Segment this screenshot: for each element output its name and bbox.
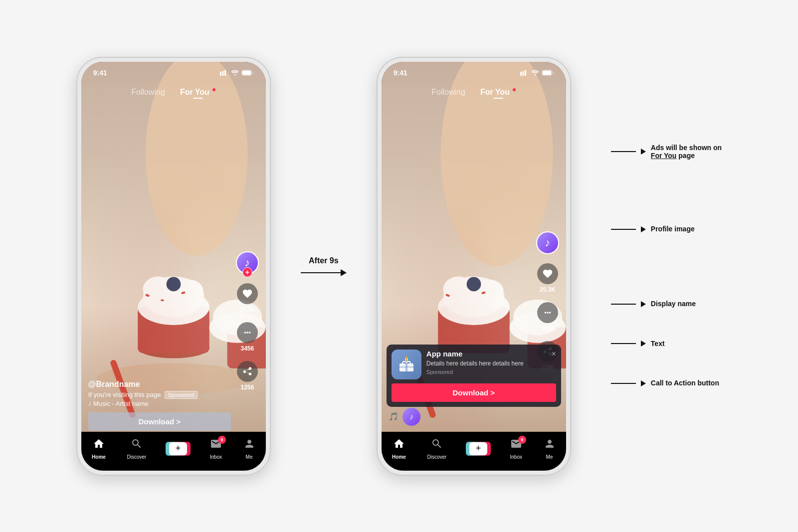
ad-description: Details here details here details here bbox=[426, 359, 556, 368]
profile-icon-right[interactable]: ♪ bbox=[536, 231, 559, 254]
nav-me-label-right: Me bbox=[546, 454, 553, 460]
status-icons-right bbox=[520, 70, 554, 76]
phone-right: 9:41 Following For You ♪ bbox=[377, 57, 571, 476]
comment-count-right: 3456 bbox=[541, 325, 554, 332]
nav-inbox-left[interactable]: 9 Inbox bbox=[210, 438, 222, 460]
inbox-badge-right: 9 bbox=[518, 436, 526, 444]
description-left: If you're visiting this page Sponsored bbox=[88, 391, 231, 399]
nav-discover-right[interactable]: Discover bbox=[427, 438, 446, 460]
nav-home-label-left: Home bbox=[92, 454, 106, 460]
ad-close-button[interactable]: × bbox=[551, 350, 556, 358]
annotation-profile: Profile image bbox=[611, 224, 722, 234]
bottom-nav-left: Home Discover + 9 bbox=[81, 432, 266, 471]
ad-card: App name Details here details here detai… bbox=[387, 345, 561, 407]
svg-point-8 bbox=[166, 277, 181, 291]
svg-rect-42 bbox=[522, 71, 524, 76]
page-container: 9:41 Following For You ♪ bbox=[0, 0, 798, 532]
nav-discover-label-left: Discover bbox=[127, 454, 146, 460]
annotation-cta: Call to Action button bbox=[611, 378, 722, 388]
svg-rect-18 bbox=[222, 71, 223, 76]
music-line-left: ♪ Music - Artist name bbox=[88, 400, 231, 407]
arrow-graphic bbox=[301, 269, 347, 276]
nav-plus-left[interactable]: + bbox=[168, 442, 189, 456]
annotation-text-content: Text bbox=[651, 339, 665, 349]
nav-home-right[interactable]: Home bbox=[392, 438, 406, 460]
inbox-badge-left: 9 bbox=[218, 436, 226, 444]
nav-discover-label-right: Discover bbox=[427, 454, 446, 460]
svg-point-25 bbox=[249, 332, 251, 334]
annotation-displayname: Display name bbox=[611, 299, 722, 309]
nav-inbox-label-right: Inbox bbox=[510, 454, 522, 460]
cta-button-left[interactable]: Download > bbox=[88, 412, 231, 431]
like-count-left: 25.3K bbox=[239, 306, 255, 313]
like-count-right: 25.3K bbox=[540, 286, 556, 293]
nav-me-left[interactable]: Me bbox=[243, 438, 255, 460]
follow-plus-left[interactable]: + bbox=[242, 267, 252, 277]
svg-point-23 bbox=[246, 332, 248, 334]
svg-rect-52 bbox=[405, 363, 407, 371]
svg-point-44 bbox=[534, 74, 536, 75]
svg-rect-11 bbox=[161, 299, 164, 301]
svg-point-33 bbox=[466, 277, 481, 291]
nav-inbox-label-left: Inbox bbox=[210, 454, 222, 460]
ad-sponsored-label: Sponsored bbox=[426, 369, 556, 375]
nav-tabs-left: Following For You bbox=[81, 84, 266, 101]
status-bar-left: 9:41 bbox=[81, 62, 266, 84]
svg-rect-43 bbox=[525, 70, 526, 76]
nav-plus-right[interactable]: + bbox=[468, 442, 489, 456]
annotation-foryou-text1: Ads will be shown on bbox=[651, 144, 722, 152]
sponsored-badge-left: Sponsored bbox=[165, 391, 197, 399]
share-count-left: 1256 bbox=[240, 384, 254, 391]
tab-following-left[interactable]: Following bbox=[131, 88, 165, 97]
like-action-right[interactable]: 25.3K bbox=[537, 263, 558, 293]
right-icons-left: ♪ + 25.3K 3456 bbox=[236, 251, 259, 391]
music-disc-right: ♪ bbox=[402, 408, 420, 426]
annotation-cta-text: Call to Action button bbox=[651, 378, 719, 388]
svg-rect-17 bbox=[220, 72, 221, 76]
svg-rect-22 bbox=[242, 70, 251, 75]
annotation-profile-text: Profile image bbox=[651, 224, 695, 234]
tab-following-right[interactable]: Following bbox=[431, 88, 465, 97]
brand-name-left: @Brandname bbox=[88, 380, 231, 389]
time-right: 9:41 bbox=[394, 69, 407, 77]
svg-point-49 bbox=[549, 312, 551, 314]
comment-action-left[interactable]: 3456 bbox=[237, 322, 258, 352]
time-left: 9:41 bbox=[93, 69, 107, 77]
annotations-panel: Ads will be shown on For You page Profil… bbox=[611, 144, 722, 388]
share-action-left[interactable]: 1256 bbox=[237, 361, 258, 391]
comment-count-left: 3456 bbox=[240, 345, 254, 352]
ad-app-icon bbox=[392, 350, 421, 379]
annotation-foryou-text2: For You page bbox=[651, 152, 722, 160]
active-dot-left bbox=[212, 88, 215, 91]
status-bar-right: 9:41 bbox=[382, 62, 566, 84]
annotation-displayname-text: Display name bbox=[651, 299, 696, 309]
nav-inbox-right[interactable]: 9 Inbox bbox=[510, 438, 522, 460]
tiktok-logo-right: ♪ bbox=[545, 236, 550, 249]
svg-point-48 bbox=[544, 312, 546, 314]
profile-icon-left[interactable]: ♪ + bbox=[236, 251, 259, 274]
tab-foryou-right[interactable]: For You bbox=[480, 88, 516, 97]
ad-text: App name Details here details here detai… bbox=[426, 350, 556, 375]
tab-foryou-left[interactable]: For You bbox=[180, 88, 215, 97]
after-label: After 9s bbox=[309, 256, 339, 265]
status-icons-left bbox=[220, 70, 254, 76]
like-action-left[interactable]: 25.3K bbox=[237, 283, 258, 313]
svg-point-24 bbox=[244, 332, 246, 334]
svg-point-47 bbox=[547, 312, 549, 314]
svg-point-20 bbox=[234, 74, 235, 75]
bottom-content-left: @Brandname If you're visiting this page … bbox=[88, 380, 231, 431]
active-dot-right bbox=[513, 88, 516, 91]
svg-point-55 bbox=[405, 356, 407, 358]
annotation-text-label: Text bbox=[611, 339, 722, 349]
cta-button-right[interactable]: Download > bbox=[392, 383, 556, 402]
nav-me-right[interactable]: Me bbox=[544, 438, 556, 460]
comment-action-right[interactable]: 3456 bbox=[537, 302, 558, 332]
nav-home-left[interactable]: Home bbox=[92, 438, 106, 460]
svg-rect-41 bbox=[520, 72, 522, 76]
nav-discover-left[interactable]: Discover bbox=[127, 438, 146, 460]
bottom-nav-right: Home Discover + 9 bbox=[382, 432, 566, 471]
transition-arrow: After 9s bbox=[301, 256, 347, 276]
nav-me-label-left: Me bbox=[246, 454, 253, 460]
svg-rect-46 bbox=[542, 70, 551, 75]
annotation-foryou: Ads will be shown on For You page bbox=[611, 144, 722, 160]
